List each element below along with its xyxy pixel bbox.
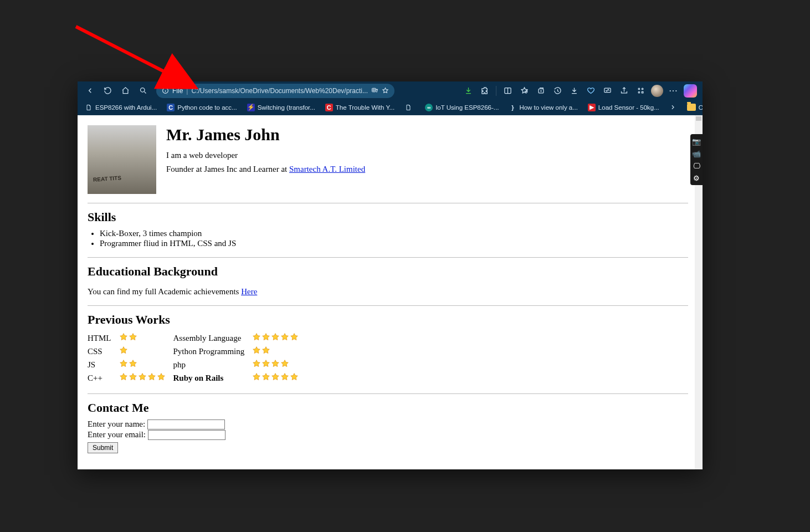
star-icon — [252, 346, 261, 355]
email-input[interactable] — [148, 430, 225, 440]
star-icon — [119, 372, 128, 381]
table-row: JSphp — [88, 358, 306, 371]
reload-button[interactable] — [100, 83, 115, 99]
works-heading: Previous Works — [88, 313, 688, 327]
bookmark-item[interactable]: } How to view only a... — [505, 102, 581, 113]
history-icon[interactable] — [550, 83, 565, 99]
heart-icon[interactable] — [583, 83, 598, 99]
star-icon — [119, 332, 128, 341]
bookmark-label: How to view only a... — [519, 104, 577, 111]
work-name: CSS — [88, 345, 119, 358]
share-icon[interactable] — [616, 83, 632, 99]
skill-item: Kick-Boxer, 3 times champion — [100, 229, 688, 238]
favicon: C — [325, 104, 333, 111]
work-name: Assembly Language — [173, 331, 253, 345]
idm-icon[interactable] — [460, 83, 476, 99]
star-icon — [271, 372, 280, 381]
download-icon[interactable] — [566, 83, 582, 99]
bookmark-item[interactable]: ESP8266 with Ardui... — [81, 102, 161, 113]
collections-icon[interactable] — [533, 83, 548, 99]
star-icon — [271, 332, 280, 341]
star-icon — [119, 359, 128, 368]
address-bar[interactable]: File | C:/Users/samsk/OneDrive/Documents… — [156, 84, 394, 98]
submit-button[interactable]: Submit — [88, 442, 118, 453]
flag-icon: ▶ — [588, 104, 596, 111]
bookmark-item[interactable]: ▶ Load Sensor - 50kg... — [584, 102, 663, 113]
bookmark-item[interactable] — [401, 102, 419, 113]
star-icon[interactable] — [382, 87, 389, 94]
screen-icon[interactable]: 🖵 — [691, 161, 701, 171]
search-button[interactable] — [135, 83, 151, 99]
app-icon[interactable] — [633, 83, 648, 99]
browser-window: File | C:/Users/samsk/OneDrive/Documents… — [78, 81, 703, 469]
bookmark-item[interactable]: ⚡ Switching (transfor... — [243, 102, 319, 113]
name-input[interactable] — [147, 420, 225, 429]
file-label: File — [172, 87, 183, 95]
star-icon — [290, 332, 299, 341]
other-favorites[interactable]: Other favorites — [683, 102, 703, 112]
svg-point-8 — [642, 88, 643, 90]
home-button[interactable] — [117, 83, 133, 99]
more-icon[interactable]: ⋯ — [666, 83, 681, 99]
camera-icon[interactable]: 📹 — [691, 149, 701, 158]
gear-icon[interactable]: ⚙ — [691, 173, 701, 183]
toolbar-right: ⋯ — [460, 83, 698, 99]
back-button[interactable] — [82, 83, 98, 99]
edu-link[interactable]: Here — [241, 287, 257, 296]
work-stars — [252, 331, 306, 345]
work-name: HTML — [88, 331, 119, 345]
star-icon — [262, 359, 270, 368]
star-icon — [262, 346, 270, 355]
copilot-icon[interactable] — [683, 83, 698, 99]
bookmarks-bar: ESP8266 with Ardui... C Python code to a… — [78, 100, 703, 115]
divider — [88, 393, 688, 394]
star-icon — [262, 372, 270, 381]
work-name: php — [173, 358, 253, 371]
table-row: HTMLAssembly Language — [88, 331, 306, 345]
star-rating — [252, 359, 289, 368]
divider — [88, 257, 688, 258]
page-content-area: 📷 📹 🖵 ⚙ Mr. James John I am a web develo… — [78, 115, 703, 469]
bookmark-label: Load Sensor - 50kg... — [598, 104, 659, 111]
company-link[interactable]: Smartech A.T. Limited — [289, 165, 365, 173]
star-icon — [252, 332, 261, 341]
star-rating — [119, 372, 166, 381]
url-text: C:/Users/samsk/OneDrive/Documents/Web%20… — [191, 87, 368, 95]
star-icon — [147, 372, 156, 381]
edu-prefix: You can find my full Academic achievemen… — [88, 287, 241, 296]
profile-avatar[interactable] — [649, 83, 665, 99]
name-row: Enter your name: — [88, 420, 688, 429]
work-stars — [252, 358, 306, 371]
profile-photo — [88, 125, 156, 194]
performance-icon[interactable] — [599, 83, 615, 99]
brace-icon: } — [509, 104, 516, 111]
addr-separator: | — [186, 87, 188, 95]
extensions-icon[interactable] — [477, 83, 493, 99]
split-icon[interactable] — [500, 83, 515, 99]
divider — [88, 305, 688, 306]
favorites-icon[interactable] — [516, 83, 532, 99]
page-icon — [85, 104, 93, 111]
skills-list: Kick-Boxer, 3 times champion Programmer … — [100, 229, 688, 248]
bookmark-item[interactable]: C Python code to acc... — [163, 102, 240, 113]
work-stars — [119, 331, 173, 345]
edu-text: You can find my full Academic achievemen… — [88, 287, 688, 296]
bookmark-label: ESP8266 with Ardui... — [95, 104, 157, 111]
star-icon — [290, 372, 299, 381]
star-icon — [129, 372, 137, 381]
star-rating — [119, 332, 137, 341]
star-icon — [252, 372, 261, 381]
tagline: I am a web developer — [166, 151, 365, 160]
bookmark-item[interactable]: C The Trouble With Y... — [321, 102, 398, 113]
work-stars — [252, 371, 306, 385]
star-icon — [271, 359, 280, 368]
skills-heading: Skills — [88, 210, 688, 224]
work-name: Ruby on Rails — [173, 371, 253, 385]
bookmark-item[interactable]: ∞ IoT Using ESP8266-... — [421, 102, 503, 113]
bookmarks-overflow-icon[interactable] — [665, 100, 681, 115]
work-stars — [119, 358, 173, 371]
star-icon — [252, 359, 261, 368]
translate-icon[interactable] — [371, 87, 378, 94]
screenshot-icon[interactable]: 📷 — [691, 136, 701, 146]
name-label: Enter your name: — [88, 420, 145, 428]
